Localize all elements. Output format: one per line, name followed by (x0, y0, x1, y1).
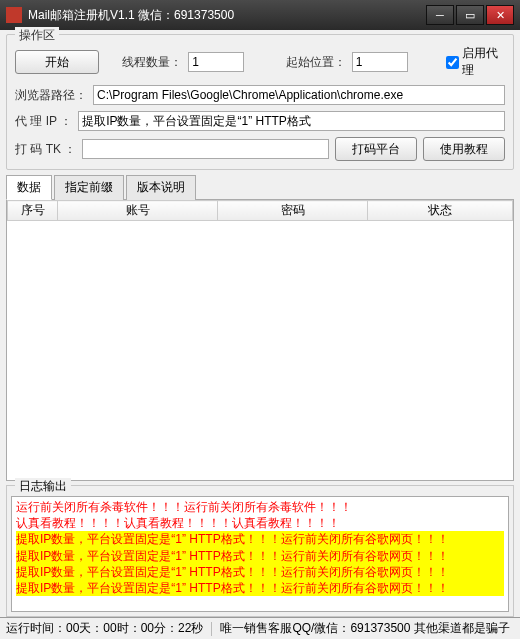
data-table-wrap[interactable]: 序号 账号 密码 状态 (6, 200, 514, 481)
captcha-tk-label: 打 码 TK ： (15, 141, 76, 158)
proxy-ip-input[interactable] (78, 111, 505, 131)
col-account[interactable]: 账号 (58, 201, 218, 221)
tutorial-button[interactable]: 使用教程 (423, 137, 505, 161)
status-bar: 运行时间：00天：00时：00分：22秒 唯一销售客服QQ/微信：6913735… (0, 617, 520, 639)
log-line: 认真看教程！！！！认真看教程！！！！认真看教程！！！！ (16, 515, 504, 531)
titlebar[interactable]: Mail邮箱注册机V1.1 微信：691373500 ─ ▭ ✕ (0, 0, 520, 30)
proxy-enable-label: 启用代理 (462, 45, 505, 79)
tab-data[interactable]: 数据 (6, 175, 52, 200)
log-group-label: 日志输出 (15, 478, 71, 495)
window-title: Mail邮箱注册机V1.1 微信：691373500 (28, 7, 426, 24)
status-separator (211, 622, 212, 636)
col-index[interactable]: 序号 (8, 201, 58, 221)
status-runtime: 运行时间：00天：00时：00分：22秒 (6, 620, 203, 637)
startpos-label: 起始位置： (286, 54, 346, 71)
proxy-ip-label: 代 理 IP ： (15, 113, 72, 130)
col-password[interactable]: 密码 (218, 201, 368, 221)
threads-input[interactable] (188, 52, 244, 72)
data-table: 序号 账号 密码 状态 (7, 200, 513, 221)
controls-group: 操作区 开始 线程数量： 起始位置： 启用代理 浏览器路径： (6, 34, 514, 170)
window-buttons: ─ ▭ ✕ (426, 5, 514, 25)
tabs: 数据 指定前缀 版本说明 (6, 174, 514, 200)
controls-group-label: 操作区 (15, 27, 59, 44)
proxy-enable-checkbox[interactable]: 启用代理 (446, 45, 505, 79)
log-output[interactable]: 运行前关闭所有杀毒软件！！！运行前关闭所有杀毒软件！！！认真看教程！！！！认真看… (11, 496, 509, 612)
tab-prefix[interactable]: 指定前缀 (54, 175, 124, 200)
log-line: 运行前关闭所有杀毒软件！！！运行前关闭所有杀毒软件！！！ (16, 499, 504, 515)
close-button[interactable]: ✕ (486, 5, 514, 25)
tab-version[interactable]: 版本说明 (126, 175, 196, 200)
captcha-platform-button[interactable]: 打码平台 (335, 137, 417, 161)
maximize-button[interactable]: ▭ (456, 5, 484, 25)
log-group: 日志输出 运行前关闭所有杀毒软件！！！运行前关闭所有杀毒软件！！！认真看教程！！… (6, 485, 514, 617)
app-icon (6, 7, 22, 23)
threads-label: 线程数量： (122, 54, 182, 71)
start-button[interactable]: 开始 (15, 50, 99, 74)
browser-path-input[interactable] (93, 85, 505, 105)
startpos-input[interactable] (352, 52, 408, 72)
log-line: 提取IP数量，平台设置固定是“1” HTTP格式！！！运行前关闭所有谷歌网页！！… (16, 564, 504, 580)
table-header-row: 序号 账号 密码 状态 (8, 201, 513, 221)
minimize-button[interactable]: ─ (426, 5, 454, 25)
col-status[interactable]: 状态 (368, 201, 513, 221)
log-line: 提取IP数量，平台设置固定是“1” HTTP格式！！！运行前关闭所有谷歌网页！！… (16, 580, 504, 596)
browser-path-label: 浏览器路径： (15, 87, 87, 104)
captcha-tk-input[interactable] (82, 139, 329, 159)
log-line: 提取IP数量，平台设置固定是“1” HTTP格式！！！运行前关闭所有谷歌网页！！… (16, 531, 504, 547)
client-area: 操作区 开始 线程数量： 起始位置： 启用代理 浏览器路径： (0, 30, 520, 617)
proxy-enable-input[interactable] (446, 56, 459, 69)
app-window: Mail邮箱注册机V1.1 微信：691373500 ─ ▭ ✕ 操作区 开始 … (0, 0, 520, 639)
log-line: 提取IP数量，平台设置固定是“1” HTTP格式！！！运行前关闭所有谷歌网页！！… (16, 548, 504, 564)
status-contact: 唯一销售客服QQ/微信：691373500 其他渠道都是骗子 (220, 620, 509, 637)
